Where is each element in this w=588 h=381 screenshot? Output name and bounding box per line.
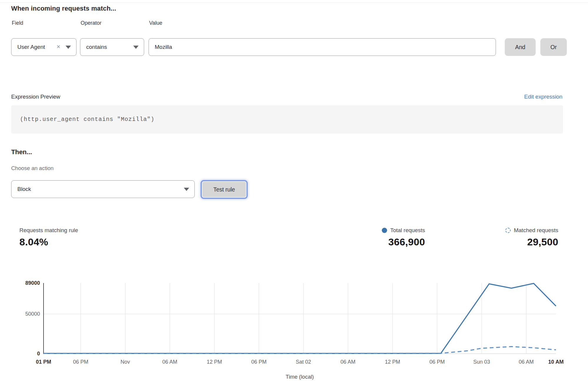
- requests-matching-value: 8.04%: [19, 236, 48, 248]
- value-label: Value: [149, 20, 162, 26]
- then-heading: Then...: [11, 148, 32, 156]
- match-heading: When incoming requests match...: [11, 5, 116, 12]
- operator-select[interactable]: contains: [80, 38, 144, 56]
- action-select[interactable]: Block: [11, 180, 195, 198]
- or-button[interactable]: Or: [540, 38, 567, 56]
- matched-requests-stat: Matched requests 29,500: [505, 227, 558, 248]
- matched-requests-label: Matched requests: [514, 227, 558, 234]
- x-tick-label: 06 AM: [519, 359, 534, 365]
- y-tick-label: 0: [37, 351, 40, 357]
- total-requests-label: Total requests: [390, 227, 425, 234]
- total-requests-value: 366,900: [388, 236, 425, 248]
- x-tick-label: 12 PM: [385, 359, 400, 365]
- x-tick-label: Sun 03: [473, 359, 490, 365]
- x-tick-label: Sat 02: [296, 359, 311, 365]
- chevron-down-icon: [66, 46, 71, 49]
- choose-action-label: Choose an action: [11, 165, 54, 172]
- expression-preview-box: (http.user_agent contains "Mozilla"): [11, 105, 563, 134]
- expression-preview-label: Expression Preview: [11, 94, 60, 100]
- matched-requests-value: 29,500: [527, 236, 558, 248]
- x-tick-label: 06 PM: [251, 359, 266, 365]
- x-tick-label: 01 PM: [36, 359, 51, 365]
- firewall-rule-editor: When incoming requests match... Field Op…: [0, 0, 588, 381]
- x-tick-label: 06 PM: [73, 359, 88, 365]
- total-requests-stat: Total requests 366,900: [382, 227, 425, 248]
- series-line-dashed: [44, 347, 556, 353]
- requests-chart: 0500008900001 PM06 PMNov06 AM12 PM06 PMS…: [0, 277, 588, 381]
- x-tick-label: 06 AM: [162, 359, 177, 365]
- requests-matching-label: Requests matching rule: [19, 227, 78, 234]
- clear-icon[interactable]: ×: [56, 44, 60, 50]
- total-requests-dot-icon: [382, 228, 387, 233]
- field-label: Field: [12, 20, 23, 26]
- section-top-border: [0, 2, 588, 3]
- test-rule-button[interactable]: Test rule: [202, 181, 246, 198]
- field-select-value: User Agent: [17, 44, 45, 50]
- x-tick-label: 06 PM: [429, 359, 445, 365]
- expression-code: (http.user_agent contains "Mozilla"): [20, 116, 154, 123]
- operator-select-value: contains: [86, 44, 107, 50]
- action-select-value: Block: [17, 186, 31, 192]
- matched-requests-dashed-circle-icon: [505, 228, 511, 233]
- value-input[interactable]: [149, 38, 496, 56]
- chevron-down-icon: [133, 46, 139, 49]
- field-select[interactable]: User Agent ×: [11, 38, 76, 56]
- requests-matching-stat: Requests matching rule 8.04%: [19, 227, 78, 248]
- series-line-solid: [44, 283, 556, 353]
- x-axis-title: Time (local): [286, 374, 314, 380]
- x-tick-label: 12 PM: [207, 359, 222, 365]
- x-tick-label: 10 AM: [548, 359, 564, 365]
- y-tick-label: 50000: [25, 311, 40, 317]
- y-tick-label: 89000: [25, 280, 40, 286]
- edit-expression-link[interactable]: Edit expression: [524, 94, 562, 100]
- and-button[interactable]: And: [505, 38, 536, 56]
- x-tick-label: 06 AM: [341, 359, 356, 365]
- x-tick-label: Nov: [121, 359, 130, 365]
- operator-label: Operator: [81, 20, 101, 26]
- chevron-down-icon: [184, 188, 189, 191]
